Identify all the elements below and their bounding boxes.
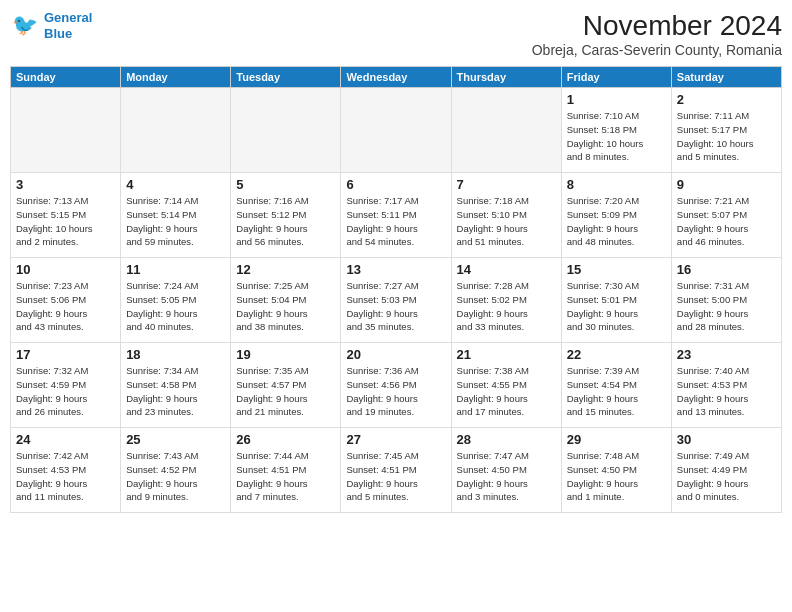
day-number: 5 bbox=[236, 177, 335, 192]
day-number: 29 bbox=[567, 432, 666, 447]
logo: 🐦 General Blue bbox=[10, 10, 92, 41]
calendar-cell: 29Sunrise: 7:48 AM Sunset: 4:50 PM Dayli… bbox=[561, 428, 671, 513]
day-number: 8 bbox=[567, 177, 666, 192]
day-info: Sunrise: 7:27 AM Sunset: 5:03 PM Dayligh… bbox=[346, 279, 445, 334]
day-number: 24 bbox=[16, 432, 115, 447]
day-info: Sunrise: 7:47 AM Sunset: 4:50 PM Dayligh… bbox=[457, 449, 556, 504]
title-block: November 2024 Obreja, Caras-Severin Coun… bbox=[532, 10, 782, 58]
calendar-week-5: 24Sunrise: 7:42 AM Sunset: 4:53 PM Dayli… bbox=[11, 428, 782, 513]
calendar-cell: 4Sunrise: 7:14 AM Sunset: 5:14 PM Daylig… bbox=[121, 173, 231, 258]
calendar-cell: 18Sunrise: 7:34 AM Sunset: 4:58 PM Dayli… bbox=[121, 343, 231, 428]
day-info: Sunrise: 7:10 AM Sunset: 5:18 PM Dayligh… bbox=[567, 109, 666, 164]
day-info: Sunrise: 7:43 AM Sunset: 4:52 PM Dayligh… bbox=[126, 449, 225, 504]
day-info: Sunrise: 7:44 AM Sunset: 4:51 PM Dayligh… bbox=[236, 449, 335, 504]
day-info: Sunrise: 7:34 AM Sunset: 4:58 PM Dayligh… bbox=[126, 364, 225, 419]
day-number: 4 bbox=[126, 177, 225, 192]
month-title: November 2024 bbox=[532, 10, 782, 42]
calendar-week-2: 3Sunrise: 7:13 AM Sunset: 5:15 PM Daylig… bbox=[11, 173, 782, 258]
day-info: Sunrise: 7:24 AM Sunset: 5:05 PM Dayligh… bbox=[126, 279, 225, 334]
day-number: 20 bbox=[346, 347, 445, 362]
day-number: 11 bbox=[126, 262, 225, 277]
calendar-cell bbox=[341, 88, 451, 173]
day-number: 13 bbox=[346, 262, 445, 277]
day-info: Sunrise: 7:38 AM Sunset: 4:55 PM Dayligh… bbox=[457, 364, 556, 419]
calendar-week-1: 1Sunrise: 7:10 AM Sunset: 5:18 PM Daylig… bbox=[11, 88, 782, 173]
day-number: 12 bbox=[236, 262, 335, 277]
day-number: 3 bbox=[16, 177, 115, 192]
calendar-cell: 17Sunrise: 7:32 AM Sunset: 4:59 PM Dayli… bbox=[11, 343, 121, 428]
day-info: Sunrise: 7:42 AM Sunset: 4:53 PM Dayligh… bbox=[16, 449, 115, 504]
calendar-cell: 13Sunrise: 7:27 AM Sunset: 5:03 PM Dayli… bbox=[341, 258, 451, 343]
logo-icon: 🐦 bbox=[10, 11, 40, 41]
logo-text: General Blue bbox=[44, 10, 92, 41]
day-info: Sunrise: 7:17 AM Sunset: 5:11 PM Dayligh… bbox=[346, 194, 445, 249]
calendar-cell: 9Sunrise: 7:21 AM Sunset: 5:07 PM Daylig… bbox=[671, 173, 781, 258]
day-info: Sunrise: 7:39 AM Sunset: 4:54 PM Dayligh… bbox=[567, 364, 666, 419]
calendar-cell: 12Sunrise: 7:25 AM Sunset: 5:04 PM Dayli… bbox=[231, 258, 341, 343]
day-info: Sunrise: 7:48 AM Sunset: 4:50 PM Dayligh… bbox=[567, 449, 666, 504]
calendar-cell: 7Sunrise: 7:18 AM Sunset: 5:10 PM Daylig… bbox=[451, 173, 561, 258]
day-info: Sunrise: 7:23 AM Sunset: 5:06 PM Dayligh… bbox=[16, 279, 115, 334]
day-number: 15 bbox=[567, 262, 666, 277]
calendar-week-3: 10Sunrise: 7:23 AM Sunset: 5:06 PM Dayli… bbox=[11, 258, 782, 343]
calendar-cell: 27Sunrise: 7:45 AM Sunset: 4:51 PM Dayli… bbox=[341, 428, 451, 513]
calendar-cell bbox=[11, 88, 121, 173]
day-info: Sunrise: 7:18 AM Sunset: 5:10 PM Dayligh… bbox=[457, 194, 556, 249]
day-info: Sunrise: 7:32 AM Sunset: 4:59 PM Dayligh… bbox=[16, 364, 115, 419]
calendar-cell: 15Sunrise: 7:30 AM Sunset: 5:01 PM Dayli… bbox=[561, 258, 671, 343]
location-title: Obreja, Caras-Severin County, Romania bbox=[532, 42, 782, 58]
svg-text:🐦: 🐦 bbox=[12, 12, 39, 38]
day-number: 22 bbox=[567, 347, 666, 362]
day-info: Sunrise: 7:40 AM Sunset: 4:53 PM Dayligh… bbox=[677, 364, 776, 419]
day-number: 10 bbox=[16, 262, 115, 277]
header-monday: Monday bbox=[121, 67, 231, 88]
day-info: Sunrise: 7:16 AM Sunset: 5:12 PM Dayligh… bbox=[236, 194, 335, 249]
calendar-cell: 28Sunrise: 7:47 AM Sunset: 4:50 PM Dayli… bbox=[451, 428, 561, 513]
header-wednesday: Wednesday bbox=[341, 67, 451, 88]
calendar-cell: 26Sunrise: 7:44 AM Sunset: 4:51 PM Dayli… bbox=[231, 428, 341, 513]
day-number: 14 bbox=[457, 262, 556, 277]
calendar-cell: 19Sunrise: 7:35 AM Sunset: 4:57 PM Dayli… bbox=[231, 343, 341, 428]
calendar-header-row: SundayMondayTuesdayWednesdayThursdayFrid… bbox=[11, 67, 782, 88]
calendar-table: SundayMondayTuesdayWednesdayThursdayFrid… bbox=[10, 66, 782, 513]
day-info: Sunrise: 7:20 AM Sunset: 5:09 PM Dayligh… bbox=[567, 194, 666, 249]
day-info: Sunrise: 7:30 AM Sunset: 5:01 PM Dayligh… bbox=[567, 279, 666, 334]
calendar-cell: 10Sunrise: 7:23 AM Sunset: 5:06 PM Dayli… bbox=[11, 258, 121, 343]
day-info: Sunrise: 7:25 AM Sunset: 5:04 PM Dayligh… bbox=[236, 279, 335, 334]
calendar-cell: 16Sunrise: 7:31 AM Sunset: 5:00 PM Dayli… bbox=[671, 258, 781, 343]
day-number: 23 bbox=[677, 347, 776, 362]
header-saturday: Saturday bbox=[671, 67, 781, 88]
calendar-cell: 22Sunrise: 7:39 AM Sunset: 4:54 PM Dayli… bbox=[561, 343, 671, 428]
calendar-body: 1Sunrise: 7:10 AM Sunset: 5:18 PM Daylig… bbox=[11, 88, 782, 513]
day-info: Sunrise: 7:11 AM Sunset: 5:17 PM Dayligh… bbox=[677, 109, 776, 164]
calendar-cell: 24Sunrise: 7:42 AM Sunset: 4:53 PM Dayli… bbox=[11, 428, 121, 513]
day-number: 7 bbox=[457, 177, 556, 192]
day-number: 28 bbox=[457, 432, 556, 447]
calendar-week-4: 17Sunrise: 7:32 AM Sunset: 4:59 PM Dayli… bbox=[11, 343, 782, 428]
day-info: Sunrise: 7:21 AM Sunset: 5:07 PM Dayligh… bbox=[677, 194, 776, 249]
day-number: 27 bbox=[346, 432, 445, 447]
calendar-cell: 14Sunrise: 7:28 AM Sunset: 5:02 PM Dayli… bbox=[451, 258, 561, 343]
day-number: 30 bbox=[677, 432, 776, 447]
calendar-cell: 30Sunrise: 7:49 AM Sunset: 4:49 PM Dayli… bbox=[671, 428, 781, 513]
day-info: Sunrise: 7:13 AM Sunset: 5:15 PM Dayligh… bbox=[16, 194, 115, 249]
calendar-cell: 21Sunrise: 7:38 AM Sunset: 4:55 PM Dayli… bbox=[451, 343, 561, 428]
calendar-cell: 11Sunrise: 7:24 AM Sunset: 5:05 PM Dayli… bbox=[121, 258, 231, 343]
day-number: 21 bbox=[457, 347, 556, 362]
day-number: 18 bbox=[126, 347, 225, 362]
calendar-cell: 25Sunrise: 7:43 AM Sunset: 4:52 PM Dayli… bbox=[121, 428, 231, 513]
header-tuesday: Tuesday bbox=[231, 67, 341, 88]
day-info: Sunrise: 7:45 AM Sunset: 4:51 PM Dayligh… bbox=[346, 449, 445, 504]
day-number: 9 bbox=[677, 177, 776, 192]
day-number: 2 bbox=[677, 92, 776, 107]
day-number: 19 bbox=[236, 347, 335, 362]
calendar-cell: 5Sunrise: 7:16 AM Sunset: 5:12 PM Daylig… bbox=[231, 173, 341, 258]
header-friday: Friday bbox=[561, 67, 671, 88]
calendar-cell bbox=[451, 88, 561, 173]
calendar-cell: 20Sunrise: 7:36 AM Sunset: 4:56 PM Dayli… bbox=[341, 343, 451, 428]
day-number: 17 bbox=[16, 347, 115, 362]
calendar-cell bbox=[231, 88, 341, 173]
calendar-cell: 2Sunrise: 7:11 AM Sunset: 5:17 PM Daylig… bbox=[671, 88, 781, 173]
day-info: Sunrise: 7:35 AM Sunset: 4:57 PM Dayligh… bbox=[236, 364, 335, 419]
calendar-cell: 1Sunrise: 7:10 AM Sunset: 5:18 PM Daylig… bbox=[561, 88, 671, 173]
